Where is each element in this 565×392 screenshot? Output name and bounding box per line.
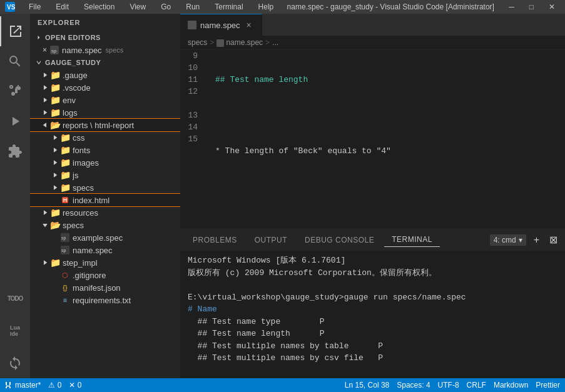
tree-js[interactable]: 📁 js bbox=[30, 169, 180, 181]
svg-text:sp: sp bbox=[61, 236, 66, 241]
breadcrumb-file[interactable]: name.spec bbox=[216, 38, 263, 47]
menu-go[interactable]: Go bbox=[157, 1, 175, 13]
code-line-9: ## Test name length bbox=[215, 74, 555, 86]
menu-terminal[interactable]: Terminal bbox=[211, 1, 247, 13]
svg-text:sp: sp bbox=[61, 248, 66, 253]
gauge-study-header[interactable]: GAUGE_STUDY bbox=[30, 56, 180, 69]
run-debug-line[interactable]: Run Scenario | Debug Scenario bbox=[215, 216, 555, 228]
status-line-ending[interactable]: CRLF bbox=[467, 381, 486, 389]
status-position[interactable]: Ln 15, Col 38 bbox=[345, 381, 389, 389]
panel-tabs: PROBLEMS OUTPUT DEBUG CONSOLE TERMINAL 4… bbox=[180, 229, 565, 251]
terminal-line-4: ## Test name type P bbox=[188, 316, 557, 328]
tree-logs-label: logs bbox=[63, 108, 78, 118]
gauge-study-label: GAUGE_STUDY bbox=[45, 59, 101, 66]
tab-close-btn[interactable]: × bbox=[244, 20, 254, 30]
tree-images[interactable]: 📁 images bbox=[30, 156, 180, 169]
tree-specs-root[interactable]: 📂 specs bbox=[30, 219, 180, 231]
status-encoding[interactable]: UTF-8 bbox=[438, 381, 459, 389]
menu-help[interactable]: Help bbox=[255, 1, 278, 13]
menu-selection[interactable]: Selection bbox=[80, 1, 118, 13]
activity-search[interactable] bbox=[0, 46, 30, 76]
menu-run[interactable]: Run bbox=[182, 1, 203, 13]
window-title: name.spec - gauge_study - Visual Studio … bbox=[287, 3, 494, 11]
tree-index-html-label: index.html bbox=[73, 196, 109, 205]
window-controls[interactable]: ─ □ ✕ bbox=[504, 3, 560, 11]
tree-manifest-json[interactable]: {} manifest.json bbox=[30, 281, 180, 294]
kill-terminal-btn[interactable]: ⊠ bbox=[547, 233, 560, 247]
open-editors-label: OPEN EDITORS bbox=[45, 34, 101, 41]
tree-env[interactable]: 📁 env bbox=[30, 94, 180, 106]
folder-fonts-icon: 📁 bbox=[60, 145, 70, 155]
activity-run[interactable] bbox=[0, 106, 30, 136]
sidebar-title: EXPLORER bbox=[30, 14, 180, 31]
svg-rect-8 bbox=[188, 21, 196, 29]
tree-resources-label: resources bbox=[63, 208, 98, 218]
activity-extensions[interactable] bbox=[0, 136, 30, 166]
tree-reports[interactable]: 📂 reports \ html-report bbox=[30, 119, 180, 131]
panel-tab-output[interactable]: OUTPUT bbox=[247, 233, 295, 247]
breadcrumb-specs[interactable]: specs bbox=[188, 38, 207, 47]
activity-explorer[interactable] bbox=[0, 16, 30, 46]
code-scroll-area[interactable]: 9 10 11 12 13 14 15 ## Test name length … bbox=[180, 50, 565, 228]
txt-icon: ≡ bbox=[60, 295, 70, 305]
tree-name-spec[interactable]: sp name.spec bbox=[30, 244, 180, 256]
activity-sync[interactable] bbox=[0, 348, 30, 378]
activity-bar: TODO LuaIde bbox=[0, 14, 30, 378]
bottom-panel: PROBLEMS OUTPUT DEBUG CONSOLE TERMINAL 4… bbox=[180, 228, 565, 378]
tree-step-impl[interactable]: 📁 step_impl bbox=[30, 256, 180, 269]
open-editors-header[interactable]: OPEN EDITORS bbox=[30, 31, 180, 44]
titlebar: VS File Edit Selection View Go Run Termi… bbox=[0, 0, 565, 14]
open-editor-name-spec[interactable]: × sp name.spec specs bbox=[30, 44, 180, 56]
tree-gitignore[interactable]: ⬡ .gitignore bbox=[30, 269, 180, 281]
status-language[interactable]: Markdown bbox=[494, 381, 528, 389]
sidebar: EXPLORER OPEN EDITORS × sp name.spec spe… bbox=[30, 14, 180, 378]
file-no-chevron bbox=[50, 270, 60, 280]
folder-chevron-expanded bbox=[40, 220, 50, 230]
breadcrumb-section[interactable]: ... bbox=[272, 38, 278, 47]
tree-fonts[interactable]: 📁 fonts bbox=[30, 144, 180, 156]
activity-todo[interactable]: TODO bbox=[0, 283, 30, 313]
status-branch[interactable]: master* bbox=[5, 381, 41, 389]
file-no-chevron bbox=[50, 283, 60, 293]
folder-chevron bbox=[40, 208, 50, 218]
tree-css[interactable]: 📁 css bbox=[30, 131, 180, 144]
panel-tab-problems[interactable]: PROBLEMS bbox=[185, 233, 245, 247]
tab-spec-icon bbox=[188, 21, 196, 29]
open-editor-close[interactable]: × bbox=[43, 46, 47, 54]
terminal-selector[interactable]: 4: cmd ▾ bbox=[490, 234, 526, 246]
folder-chevron bbox=[40, 108, 50, 118]
terminal-line-blank1 bbox=[188, 279, 557, 291]
code-line-10 bbox=[215, 109, 555, 121]
folder-chevron bbox=[40, 83, 50, 93]
tree-images-label: images bbox=[73, 158, 99, 168]
menu-file[interactable]: File bbox=[25, 1, 44, 13]
status-errors[interactable]: ✕ 0 bbox=[69, 381, 81, 389]
tree-resources[interactable]: 📁 resources bbox=[30, 206, 180, 219]
panel-tab-debug[interactable]: DEBUG CONSOLE bbox=[297, 233, 382, 247]
folder-css-icon: 📁 bbox=[60, 133, 70, 143]
tab-name-spec[interactable]: name.spec × bbox=[180, 14, 262, 36]
folder-chevron bbox=[50, 133, 60, 143]
spec-example-icon: sp bbox=[60, 233, 70, 243]
tree-requirements-txt[interactable]: ≡ requirements.txt bbox=[30, 294, 180, 306]
activity-source-control[interactable] bbox=[0, 76, 30, 106]
add-terminal-btn[interactable]: + bbox=[531, 233, 542, 247]
activity-lua[interactable]: LuaIde bbox=[0, 316, 30, 346]
tree-gauge[interactable]: 📁 .gauge bbox=[30, 69, 180, 81]
tree-vscode[interactable]: 📁 .vscode bbox=[30, 81, 180, 94]
folder-js-icon: 📁 bbox=[60, 170, 70, 180]
status-bar: master* ⚠ 0 ✕ 0 Ln 15, Col 38 Spaces: 4 … bbox=[0, 378, 565, 392]
status-prettier[interactable]: Prettier bbox=[536, 381, 560, 389]
titlebar-menus: File Edit Selection View Go Run Terminal… bbox=[25, 1, 277, 13]
terminal-content[interactable]: Microsoft Windows [版本 6.1.7601] 版权所有 (c)… bbox=[180, 251, 565, 378]
code-lines[interactable]: ## Test name length * The length of "Bec… bbox=[205, 50, 565, 228]
tree-example-spec[interactable]: sp example.spec bbox=[30, 231, 180, 244]
status-spaces[interactable]: Spaces: 4 bbox=[397, 381, 430, 389]
tree-logs[interactable]: 📁 logs bbox=[30, 106, 180, 119]
menu-edit[interactable]: Edit bbox=[52, 1, 73, 13]
panel-tab-terminal[interactable]: TERMINAL bbox=[384, 233, 440, 247]
menu-view[interactable]: View bbox=[126, 1, 150, 13]
tree-specs-reports[interactable]: 📁 specs bbox=[30, 181, 180, 194]
status-warnings[interactable]: ⚠ 0 bbox=[48, 381, 61, 389]
tree-index-html[interactable]: H index.html bbox=[30, 194, 180, 206]
